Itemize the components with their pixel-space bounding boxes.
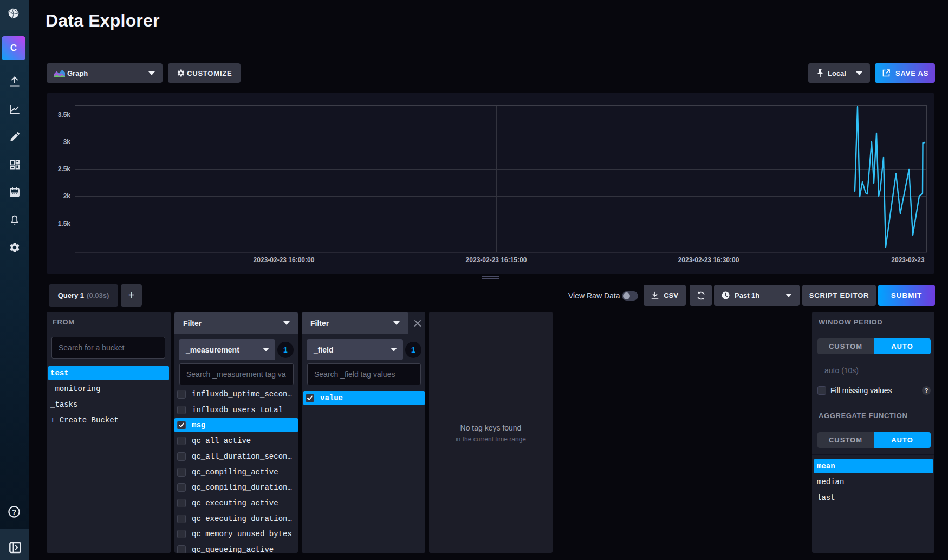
svg-text:3.5k: 3.5k <box>58 111 71 119</box>
svg-text:1.5k: 1.5k <box>58 220 71 227</box>
svg-text:3k: 3k <box>63 138 71 146</box>
svg-text:2023-02-23 16:30:00: 2023-02-23 16:30:00 <box>678 256 739 264</box>
svg-text:2023-02-23: 2023-02-23 <box>891 256 925 264</box>
svg-text:?: ? <box>12 508 16 516</box>
svg-text:2k: 2k <box>63 192 71 200</box>
svg-text:2023-02-23 16:15:00: 2023-02-23 16:15:00 <box>466 256 527 264</box>
svg-text:2.5k: 2.5k <box>58 165 71 173</box>
svg-text:2023-02-23 16:00:00: 2023-02-23 16:00:00 <box>254 256 315 264</box>
